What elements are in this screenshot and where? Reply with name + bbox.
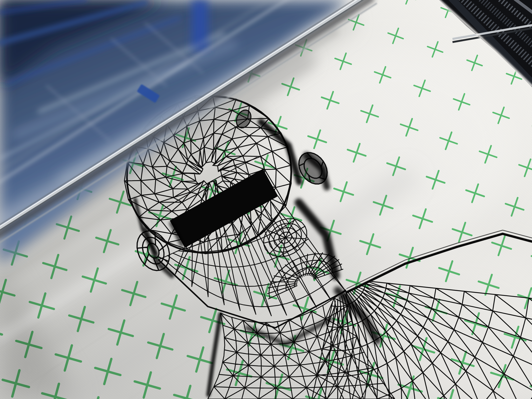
printed-banner-photo bbox=[0, 0, 532, 399]
scene-svg bbox=[0, 0, 532, 399]
